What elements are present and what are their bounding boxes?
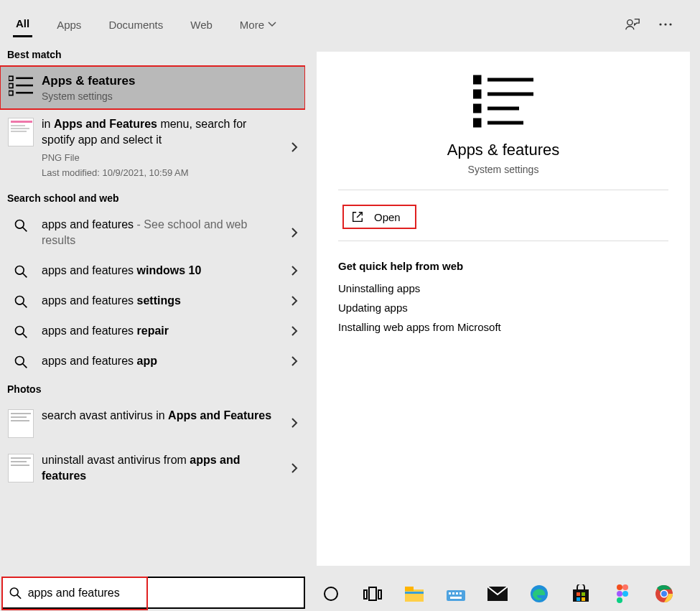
taskbar-mail-icon[interactable] <box>487 584 508 604</box>
svg-rect-10 <box>11 121 32 123</box>
result-title: uninstall avast antivirus from apps and … <box>42 452 280 484</box>
taskbar-keyboard-icon[interactable] <box>446 584 466 604</box>
svg-rect-45 <box>364 590 367 599</box>
chevron-right-icon <box>291 462 298 474</box>
svg-point-16 <box>16 266 24 275</box>
chevron-right-icon <box>291 227 298 238</box>
taskbar-figma-icon[interactable] <box>612 584 633 604</box>
svg-rect-13 <box>11 131 27 132</box>
result-web-1[interactable]: apps and features windows 10 <box>0 256 305 286</box>
more-options-icon[interactable] <box>658 17 673 32</box>
apps-features-icon <box>473 73 533 128</box>
feedback-icon[interactable] <box>625 17 640 32</box>
taskbar-file-explorer-icon[interactable] <box>404 584 424 604</box>
result-title: apps and features app <box>42 353 280 369</box>
svg-rect-25 <box>11 416 27 418</box>
svg-rect-31 <box>475 78 478 81</box>
svg-line-17 <box>23 274 27 278</box>
tab-more-label: More <box>240 19 264 31</box>
section-best-match: Best match <box>0 42 305 66</box>
file-thumbnail-icon <box>8 409 34 438</box>
chevron-right-icon <box>291 355 298 367</box>
svg-line-23 <box>23 364 27 368</box>
result-file-png[interactable]: in Apps and Features menu, search for sp… <box>0 109 305 185</box>
search-icon <box>14 294 28 309</box>
svg-rect-49 <box>405 587 414 591</box>
svg-line-15 <box>23 228 27 232</box>
tab-documents[interactable]: Documents <box>106 13 166 37</box>
taskbar-cortana-icon[interactable] <box>321 584 341 604</box>
search-icon <box>14 218 28 233</box>
svg-rect-4 <box>9 76 13 80</box>
svg-rect-27 <box>11 457 31 459</box>
result-web-3[interactable]: apps and features repair <box>0 316 305 346</box>
svg-rect-6 <box>9 83 13 88</box>
search-icon <box>14 355 28 369</box>
result-filetype: PNG File <box>42 152 280 163</box>
preview-subtitle: System settings <box>338 164 668 175</box>
taskbar <box>0 576 700 611</box>
svg-line-19 <box>23 304 27 308</box>
search-icon <box>14 264 28 279</box>
svg-rect-12 <box>11 128 29 129</box>
svg-rect-26 <box>11 420 29 421</box>
result-web-4[interactable]: apps and features app <box>0 346 305 376</box>
taskbar-taskview-icon[interactable] <box>363 584 383 604</box>
search-filter-tabs: All Apps Documents Web More <box>0 0 700 42</box>
svg-rect-63 <box>582 597 585 601</box>
svg-rect-46 <box>369 587 376 600</box>
svg-rect-40 <box>475 121 478 124</box>
result-title: apps and features windows 10 <box>42 263 280 279</box>
result-web-2[interactable]: apps and features settings <box>0 286 305 316</box>
preview-panel: Apps & features System settings Open Get… <box>317 52 690 566</box>
svg-point-67 <box>622 591 628 597</box>
chevron-right-icon <box>291 325 298 337</box>
open-button[interactable]: Open <box>342 205 416 229</box>
tab-more[interactable]: More <box>237 13 279 37</box>
result-modified: Last modified: 10/9/2021, 10:59 AM <box>42 167 280 178</box>
taskbar-chrome-icon[interactable] <box>654 584 674 604</box>
result-title: apps and features repair <box>42 323 280 339</box>
svg-rect-47 <box>378 590 381 599</box>
preview-title: Apps & features <box>338 141 668 159</box>
search-results-list: Best match Apps & features System settin… <box>0 42 305 576</box>
taskbar-store-icon[interactable] <box>571 584 591 604</box>
svg-point-2 <box>664 23 666 25</box>
file-thumbnail-icon <box>8 118 34 146</box>
search-icon <box>14 325 28 339</box>
svg-rect-51 <box>447 590 465 601</box>
svg-point-22 <box>16 357 24 365</box>
taskbar-search-box[interactable] <box>1 577 305 609</box>
open-icon <box>351 210 364 223</box>
help-heading: Get quick help from web <box>338 260 668 272</box>
taskbar-edge-icon[interactable] <box>529 584 549 604</box>
svg-point-42 <box>10 587 18 595</box>
chevron-right-icon <box>291 141 298 153</box>
result-title: apps and features settings <box>42 293 280 309</box>
tab-web[interactable]: Web <box>187 13 215 37</box>
result-title: in Apps and Features menu, search for sp… <box>42 116 280 148</box>
result-web-0[interactable]: apps and features - See school and web r… <box>0 210 305 256</box>
help-link-update[interactable]: Updating apps <box>338 302 668 314</box>
result-title: Apps & features <box>42 73 280 89</box>
svg-rect-34 <box>475 93 478 95</box>
svg-rect-54 <box>456 592 458 594</box>
result-subtitle: System settings <box>42 90 280 102</box>
svg-rect-59 <box>573 589 589 602</box>
help-link-webapps[interactable]: Installing web apps from Microsoft <box>338 321 668 333</box>
result-photo-0[interactable]: search avast antivirus in Apps and Featu… <box>0 401 305 445</box>
tab-all[interactable]: All <box>13 11 32 37</box>
section-search-web: Search school and web <box>0 185 305 210</box>
svg-rect-8 <box>9 91 13 95</box>
svg-rect-48 <box>405 589 424 602</box>
search-input[interactable] <box>28 587 298 600</box>
svg-point-18 <box>16 297 24 305</box>
tab-apps[interactable]: Apps <box>54 13 84 37</box>
svg-rect-50 <box>405 592 424 594</box>
svg-rect-52 <box>449 592 451 594</box>
result-photo-1[interactable]: uninstall avast antivirus from apps and … <box>0 445 305 491</box>
help-link-uninstall[interactable]: Uninstalling apps <box>338 282 668 294</box>
svg-rect-56 <box>450 597 462 599</box>
svg-rect-62 <box>577 597 580 601</box>
result-apps-and-features[interactable]: Apps & features System settings <box>0 66 305 109</box>
